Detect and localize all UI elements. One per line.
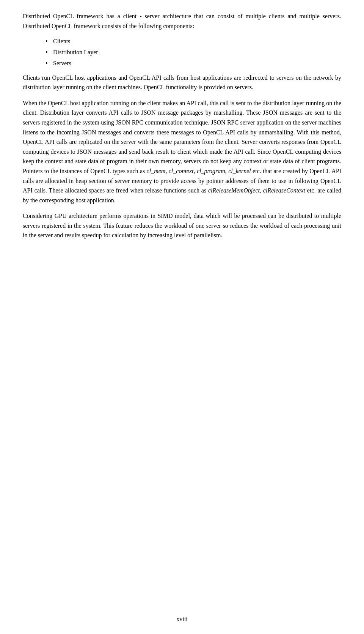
page-number: xviii xyxy=(176,616,187,622)
paragraph-1: Distributed OpenCL framework has a clien… xyxy=(23,11,341,31)
p3-italic-clreleasecontext: clReleaseContext xyxy=(263,187,305,194)
p3-comma-2: , xyxy=(194,168,197,174)
p3-italic-cl-program: cl_program xyxy=(197,168,225,174)
paragraph-3: When the OpenCL host application running… xyxy=(23,98,341,205)
paragraph-1-text: Distributed OpenCL framework has a clien… xyxy=(23,13,341,29)
paragraph-2: Clients run OpenCL host applications and… xyxy=(23,73,341,92)
content: Distributed OpenCL framework has a clien… xyxy=(23,11,341,240)
paragraph-2-text: Clients run OpenCL host applications and… xyxy=(23,74,341,91)
page-footer: xviii xyxy=(0,616,364,623)
list-item-servers: Servers xyxy=(46,58,341,69)
p3-italic-cl-context: cl_context xyxy=(169,168,194,174)
paragraph-4-text: Considering GPU architecture performs op… xyxy=(23,213,341,238)
p3-italic-cl-mem: cl_mem xyxy=(147,168,166,174)
p3-italic-cl-kernel: cl_kernel xyxy=(228,168,251,174)
paragraph-4: Considering GPU architecture performs op… xyxy=(23,211,341,240)
components-list: Clients Distribution Layer Servers xyxy=(46,36,341,69)
p3-comma-1: , xyxy=(165,168,168,174)
p3-text-1: When the OpenCL host application running… xyxy=(23,100,341,174)
list-item-clients: Clients xyxy=(46,36,341,47)
p3-comma-4: , xyxy=(260,187,263,194)
p3-comma-3: , xyxy=(225,168,228,174)
list-item-distribution-layer: Distribution Layer xyxy=(46,47,341,58)
page: Distributed OpenCL framework has a clien… xyxy=(0,0,364,634)
p3-italic-clreleasememobject: clReleaseMemObject xyxy=(208,187,260,194)
